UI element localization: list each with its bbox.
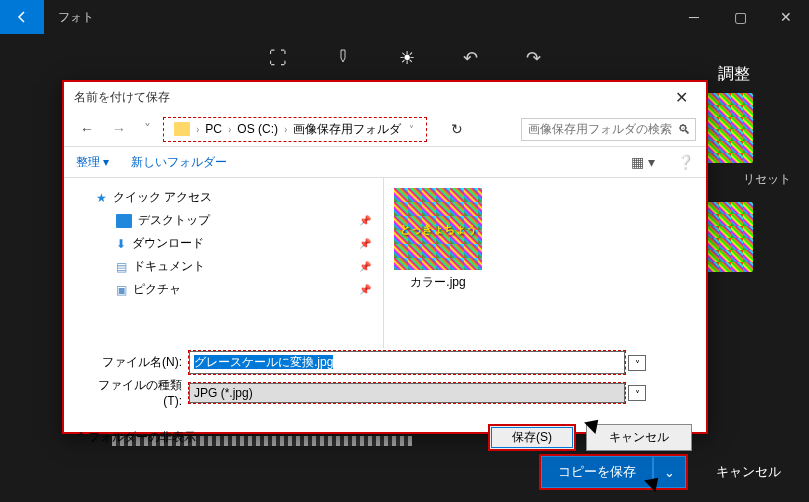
pictures-icon: ▣ bbox=[116, 283, 127, 297]
nav-back-icon[interactable]: ← bbox=[74, 117, 100, 141]
hide-folders-toggle[interactable]: ˄ フォルダーの非表示 bbox=[78, 429, 196, 446]
tree-pictures[interactable]: ▣ ピクチャ 📌 bbox=[64, 278, 383, 301]
folder-icon bbox=[174, 122, 190, 136]
file-list[interactable]: とっきょちょう カラー.jpg bbox=[384, 178, 706, 348]
minimize-button[interactable]: ─ bbox=[671, 0, 717, 34]
app-title: フォト bbox=[44, 9, 94, 26]
new-folder-button[interactable]: 新しいフォルダー bbox=[131, 154, 227, 171]
breadcrumb[interactable]: › PC › OS (C:) › 画像保存用フォルダ ˅ bbox=[163, 117, 427, 142]
download-icon: ⬇ bbox=[116, 237, 126, 251]
app-cancel-button[interactable]: キャンセル bbox=[700, 457, 797, 487]
file-name: カラー.jpg bbox=[394, 274, 482, 291]
search-icon[interactable]: 🔍︎ bbox=[678, 122, 691, 137]
help-icon[interactable]: ❔ bbox=[677, 154, 694, 170]
pin-icon: 📌 bbox=[359, 215, 371, 226]
refresh-icon[interactable]: ↻ bbox=[447, 117, 467, 141]
document-icon: ▤ bbox=[116, 260, 127, 274]
nav-up-icon[interactable]: ˅ bbox=[138, 117, 157, 141]
undo-icon[interactable]: ↶ bbox=[463, 47, 478, 69]
maximize-button[interactable]: ▢ bbox=[717, 0, 763, 34]
breadcrumb-item[interactable]: 画像保存用フォルダ bbox=[293, 121, 401, 138]
crop-icon[interactable]: ⛶ bbox=[269, 48, 287, 69]
pin-icon: 📌 bbox=[359, 238, 371, 249]
view-options-icon[interactable]: ▦ ▾ bbox=[631, 154, 655, 170]
dialog-close-button[interactable]: ✕ bbox=[667, 86, 696, 109]
search-input[interactable] bbox=[528, 122, 678, 136]
chevron-right-icon: › bbox=[228, 124, 231, 135]
redo-icon[interactable]: ↷ bbox=[526, 47, 541, 69]
organize-menu[interactable]: 整理 ▾ bbox=[76, 154, 109, 171]
filetype-dropdown[interactable]: ˅ bbox=[628, 385, 646, 401]
save-button[interactable]: 保存(S) bbox=[488, 424, 576, 451]
filename-dropdown[interactable]: ˅ bbox=[628, 355, 646, 371]
pin-icon: 📌 bbox=[359, 261, 371, 272]
pin-icon: 📌 bbox=[359, 284, 371, 295]
file-item[interactable]: とっきょちょう カラー.jpg bbox=[394, 188, 482, 338]
filename-label: ファイル名(N): bbox=[94, 354, 188, 371]
brush-icon[interactable] bbox=[335, 48, 351, 69]
dialog-title: 名前を付けて保存 bbox=[74, 89, 170, 106]
star-icon: ★ bbox=[96, 191, 107, 205]
chevron-right-icon: › bbox=[284, 124, 287, 135]
desktop-icon bbox=[116, 214, 132, 228]
chevron-down-icon[interactable]: ˅ bbox=[409, 124, 414, 135]
cancel-button[interactable]: キャンセル bbox=[586, 424, 692, 451]
folder-tree[interactable]: ★ クイック アクセス デスクトップ 📌 ⬇ ダウンロード 📌 ▤ ドキュメント… bbox=[64, 178, 384, 348]
save-as-dialog: 名前を付けて保存 ✕ ← → ˅ › PC › OS (C:) › 画像保存用フ… bbox=[62, 80, 708, 434]
filetype-label: ファイルの種類(T): bbox=[94, 377, 188, 408]
tree-downloads[interactable]: ⬇ ダウンロード 📌 bbox=[64, 232, 383, 255]
close-button[interactable]: ✕ bbox=[763, 0, 809, 34]
adjust-icon[interactable]: ☀ bbox=[399, 47, 415, 69]
nav-forward-icon: → bbox=[106, 117, 132, 141]
breadcrumb-item[interactable]: PC bbox=[205, 122, 222, 136]
tree-quick-access[interactable]: ★ クイック アクセス bbox=[64, 186, 383, 209]
search-box[interactable]: 🔍︎ bbox=[521, 118, 696, 141]
tree-desktop[interactable]: デスクトップ 📌 bbox=[64, 209, 383, 232]
chevron-up-icon: ˄ bbox=[78, 431, 84, 445]
filename-input[interactable]: グレースケールに変換.jpg bbox=[189, 351, 625, 374]
back-button[interactable] bbox=[0, 0, 44, 34]
chevron-right-icon: › bbox=[196, 124, 199, 135]
breadcrumb-item[interactable]: OS (C:) bbox=[237, 122, 278, 136]
filetype-select[interactable]: JPG (*.jpg) bbox=[189, 383, 625, 403]
file-thumbnail: とっきょちょう bbox=[394, 188, 482, 270]
tree-documents[interactable]: ▤ ドキュメント 📌 bbox=[64, 255, 383, 278]
